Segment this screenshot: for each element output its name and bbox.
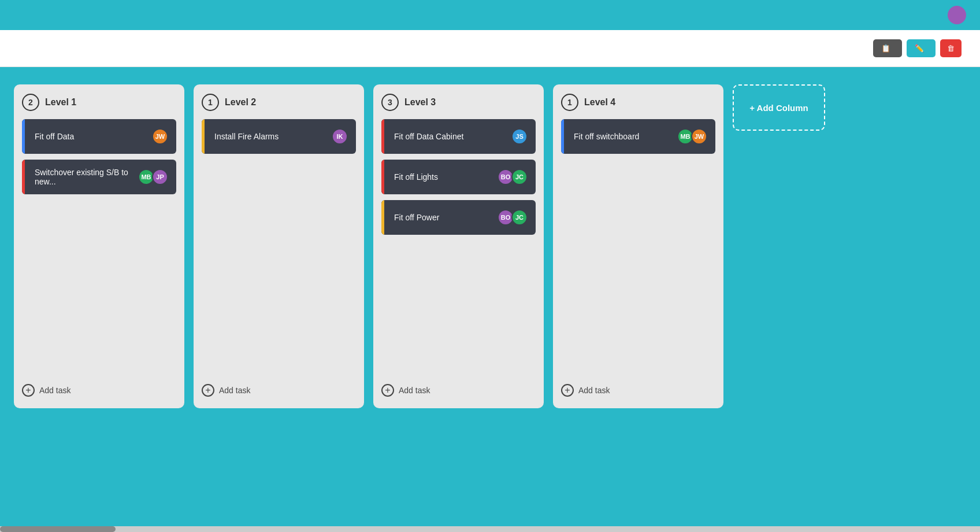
column-title-col3: Level 3 bbox=[404, 97, 436, 108]
task-card-t2[interactable]: Switchover existing S/B to new...MBJP bbox=[22, 160, 176, 194]
column-title-col2: Level 2 bbox=[225, 97, 256, 108]
task-text-t4: Fit off Data Cabinet bbox=[394, 132, 514, 141]
task-text-t6: Fit off Power bbox=[394, 213, 500, 222]
edit-icon: ✏️ bbox=[915, 44, 924, 53]
plus-circle-icon: + bbox=[22, 384, 35, 397]
column-header-col2: 1Level 2 bbox=[202, 94, 356, 111]
task-card-t5[interactable]: Fit off LightsBOJC bbox=[381, 160, 536, 194]
add-task-label-col1: Add task bbox=[39, 386, 70, 395]
column-count-col2: 1 bbox=[202, 94, 219, 111]
task-avatars-t2: MBJP bbox=[140, 169, 168, 185]
task-text-t7: Fit off switchboard bbox=[574, 132, 680, 141]
task-avatar-t5-1: JC bbox=[511, 169, 528, 185]
task-text-t1: Fit off Data bbox=[35, 132, 154, 141]
header-actions: 📋 ✏️ 🗑 bbox=[873, 39, 962, 57]
topnav-right bbox=[942, 6, 966, 24]
task-card-t3[interactable]: Install Fire AlarmsIK bbox=[202, 119, 356, 154]
column-col2: 1Level 2Install Fire AlarmsIK+Add task bbox=[194, 84, 364, 408]
delete-button[interactable]: 🗑 bbox=[940, 39, 962, 57]
topnav bbox=[0, 0, 980, 30]
column-header-col4: 1Level 4 bbox=[561, 94, 715, 111]
tasks-area-col4: Fit off switchboardMBJW bbox=[561, 119, 715, 374]
task-avatar-t2-1: JP bbox=[152, 169, 168, 185]
task-card-t6[interactable]: Fit off PowerBOJC bbox=[381, 200, 536, 235]
add-task-label-col4: Add task bbox=[578, 386, 610, 395]
column-col4: 1Level 4Fit off switchboardMBJW+Add task bbox=[553, 84, 723, 408]
task-avatars-t7: MBJW bbox=[680, 128, 707, 145]
task-text-t3: Install Fire Alarms bbox=[214, 132, 334, 141]
add-task-button-col1[interactable]: +Add task bbox=[22, 382, 176, 399]
tasks-area-col2: Install Fire AlarmsIK bbox=[202, 119, 356, 374]
task-avatars-t6: BOJC bbox=[500, 209, 528, 226]
plus-circle-icon: + bbox=[381, 384, 394, 397]
task-border-t5 bbox=[381, 160, 384, 194]
header-bar: 📋 ✏️ 🗑 bbox=[0, 30, 980, 67]
column-count-col1: 2 bbox=[22, 94, 39, 111]
task-card-t1[interactable]: Fit off DataJW bbox=[22, 119, 176, 154]
add-task-button-col3[interactable]: +Add task bbox=[381, 382, 536, 399]
task-border-t7 bbox=[561, 119, 564, 154]
add-task-label-col2: Add task bbox=[219, 386, 250, 395]
task-text-t5: Fit off Lights bbox=[394, 172, 500, 182]
task-avatars-t1: JW bbox=[154, 128, 168, 145]
copy-icon: 📋 bbox=[881, 44, 890, 53]
delete-icon: 🗑 bbox=[947, 44, 955, 53]
copy-id-button[interactable]: 📋 bbox=[873, 39, 902, 57]
board-area: 2Level 1Fit off DataJWSwitchover existin… bbox=[0, 67, 980, 426]
task-border-t3 bbox=[202, 119, 205, 154]
task-text-t2: Switchover existing S/B to new... bbox=[35, 168, 140, 186]
task-border-t6 bbox=[381, 200, 384, 235]
column-count-col3: 3 bbox=[381, 94, 399, 111]
task-avatar-t4-0: JS bbox=[511, 128, 528, 145]
column-title-col4: Level 4 bbox=[584, 97, 615, 108]
add-task-button-col2[interactable]: +Add task bbox=[202, 382, 356, 399]
task-avatars-t4: JS bbox=[514, 128, 528, 145]
column-header-col3: 3Level 3 bbox=[381, 94, 536, 111]
edit-button[interactable]: ✏️ bbox=[907, 39, 936, 57]
column-col3: 3Level 3Fit off Data CabinetJSFit off Li… bbox=[373, 84, 544, 408]
add-task-button-col4[interactable]: +Add task bbox=[561, 382, 715, 399]
user-avatar[interactable] bbox=[948, 6, 966, 24]
scrollbar[interactable] bbox=[0, 526, 980, 532]
column-col1: 2Level 1Fit off DataJWSwitchover existin… bbox=[14, 84, 184, 408]
column-title-col1: Level 1 bbox=[45, 97, 76, 108]
scrollbar-thumb[interactable] bbox=[0, 526, 116, 532]
tasks-area-col1: Fit off DataJWSwitchover existing S/B to… bbox=[22, 119, 176, 374]
task-card-t4[interactable]: Fit off Data CabinetJS bbox=[381, 119, 536, 154]
plus-circle-icon: + bbox=[561, 384, 574, 397]
task-card-t7[interactable]: Fit off switchboardMBJW bbox=[561, 119, 715, 154]
task-border-t4 bbox=[381, 119, 384, 154]
task-avatar-t3-0: IK bbox=[332, 128, 348, 145]
tasks-area-col3: Fit off Data CabinetJSFit off LightsBOJC… bbox=[381, 119, 536, 374]
plus-circle-icon: + bbox=[202, 384, 214, 397]
task-avatar-t7-1: JW bbox=[691, 128, 707, 145]
task-avatar-t6-1: JC bbox=[511, 209, 528, 226]
column-header-col1: 2Level 1 bbox=[22, 94, 176, 111]
add-task-label-col3: Add task bbox=[399, 386, 430, 395]
task-border-t1 bbox=[22, 119, 25, 154]
task-avatar-t1-0: JW bbox=[152, 128, 168, 145]
column-count-col4: 1 bbox=[561, 94, 578, 111]
task-border-t2 bbox=[22, 160, 25, 194]
task-avatars-t5: BOJC bbox=[500, 169, 528, 185]
task-avatars-t3: IK bbox=[334, 128, 348, 145]
add-column-button[interactable]: + Add Column bbox=[733, 84, 825, 131]
